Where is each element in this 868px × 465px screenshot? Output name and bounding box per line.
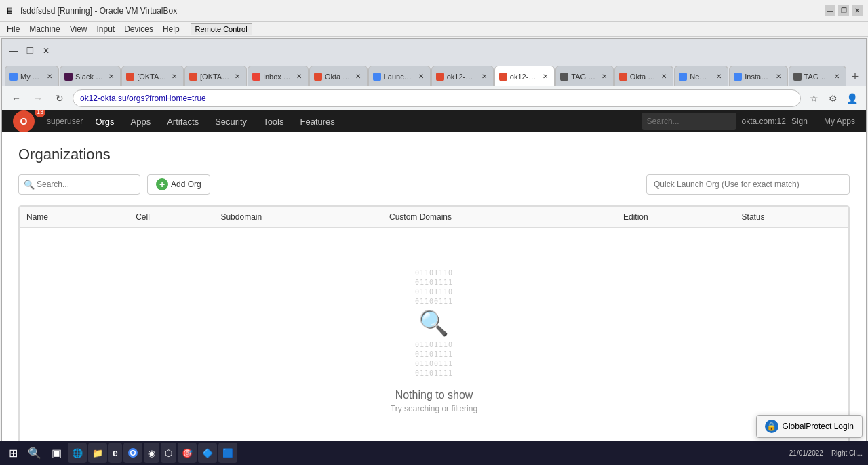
nav-security[interactable]: Security (208, 114, 254, 129)
restore-button[interactable]: ❐ (838, 5, 849, 16)
tab-newtab-close[interactable]: ✕ (714, 72, 724, 81)
okta-topbar: O 13 superuser Orgs Apps Artifacts Secur… (2, 110, 866, 132)
forward-button[interactable]: → (29, 89, 47, 107)
task-view-button[interactable]: ▣ (46, 443, 66, 463)
tab-okta2[interactable]: [OKTA-40... ✕ (184, 66, 247, 86)
empty-icon-area: 01101110 01101111 01101110 01100111 🔍 01… (415, 268, 453, 378)
tab-tagweb1-label: TAG WEB (571, 73, 597, 81)
tab-inbox-close[interactable]: ✕ (294, 72, 304, 81)
search-button[interactable]: 🔍 (24, 443, 45, 463)
browser-minimize[interactable]: — (6, 43, 21, 58)
tab-ok12-active-close[interactable]: ✕ (540, 72, 550, 81)
start-button[interactable]: ⊞ (3, 443, 23, 463)
explorer-taskbar[interactable]: 📁 (88, 443, 107, 463)
taskbar-right: 21/01/2022 Right Cli... (789, 449, 865, 457)
menu-file[interactable]: File (3, 23, 24, 35)
okta-nav: Orgs Apps Artifacts Security Tools Featu… (88, 114, 641, 129)
tab-ok12-active[interactable]: ok12-oka... ✕ (494, 66, 555, 86)
okta-badge-count: 13 (35, 110, 45, 117)
add-org-label: Add Org (171, 180, 201, 189)
chrome-taskbar[interactable] (123, 443, 142, 463)
tab-my-apps[interactable]: My Apps ✕ (5, 66, 59, 86)
okta-search[interactable] (642, 113, 736, 130)
tab-okta1-close[interactable]: ✕ (170, 72, 179, 81)
binary-background-2: 01101110 01101111 01100111 01101111 (415, 340, 453, 378)
browser-restore[interactable]: ❐ (22, 43, 37, 58)
minimize-button[interactable]: — (825, 5, 835, 16)
close-button[interactable]: ✕ (852, 5, 863, 16)
tab-launch-close[interactable]: ✕ (416, 72, 426, 81)
tab-okta-c-close[interactable]: ✕ (353, 72, 363, 81)
tab-ok12-active-label: ok12-oka... (510, 73, 538, 81)
tab-okta-c[interactable]: Okta - C... ✕ (309, 66, 368, 86)
url-bar[interactable]: ok12-okta.su/orgs?fromHome=true (73, 89, 801, 107)
app1-taskbar[interactable]: ◉ (144, 443, 159, 463)
add-org-button[interactable]: + Add Org (147, 174, 210, 195)
tab-oktahelp-close[interactable]: ✕ (659, 72, 669, 81)
back-button[interactable]: ← (7, 89, 25, 107)
tab-my-apps-close[interactable]: ✕ (45, 72, 54, 81)
my-apps-link[interactable]: My Apps (824, 117, 855, 126)
menu-help[interactable]: Help (159, 23, 184, 35)
address-bar: ← → ↻ ok12-okta.su/orgs?fromHome=true ☆ … (2, 86, 866, 110)
app5-taskbar[interactable]: 🟦 (218, 443, 237, 463)
tab-newtab[interactable]: New Tab ✕ (674, 66, 728, 86)
tab-okta1[interactable]: [OKTA-35... ✕ (121, 66, 184, 86)
tab-slack-close[interactable]: ✕ (106, 72, 116, 81)
nav-apps[interactable]: Apps (124, 114, 158, 129)
tab-tagweb1[interactable]: TAG WEB ✕ (555, 66, 614, 86)
tab-instance-label: Instance... (745, 73, 770, 81)
app4-taskbar[interactable]: 🔷 (198, 443, 217, 463)
browser-close[interactable]: ✕ (39, 43, 54, 58)
tab-ok12-1-close[interactable]: ✕ (479, 72, 489, 81)
nav-tools[interactable]: Tools (256, 114, 290, 129)
tab-ok12-1[interactable]: ok12-okta... ✕ (431, 66, 494, 86)
superuser-label: superuser (47, 117, 83, 126)
tab-launch[interactable]: Launch M... ✕ (368, 66, 431, 86)
nav-orgs[interactable]: Orgs (88, 114, 121, 129)
quick-launch-input[interactable] (646, 174, 850, 195)
tab-okta1-label: [OKTA-35... (137, 73, 167, 81)
tab-instance[interactable]: Instance... ✕ (729, 66, 787, 86)
taskbar-time: 21/01/2022 (789, 449, 823, 457)
search-container: 🔍 (18, 174, 140, 195)
tab-okta2-close[interactable]: ✕ (233, 72, 242, 81)
app3-taskbar[interactable]: 🎯 (178, 443, 197, 463)
tab-okta-c-label: Okta - C... (325, 73, 351, 81)
menu-view[interactable]: View (66, 23, 92, 35)
profile-button[interactable]: 👤 (843, 89, 861, 107)
empty-state: 01101110 01101111 01101110 01100111 🔍 01… (20, 228, 848, 445)
tab-tagweb2[interactable]: TAG WEB ✕ (789, 66, 847, 86)
tab-instance-close[interactable]: ✕ (774, 72, 783, 81)
tab-inbox[interactable]: Inbox (12... ✕ (248, 66, 309, 86)
search-input[interactable] (18, 174, 140, 195)
tab-tagweb2-close[interactable]: ✕ (832, 72, 842, 81)
tab-slack[interactable]: Slack | sy... ✕ (60, 66, 121, 86)
okta-logo: O (13, 110, 35, 132)
okta-version: okta.com:12 (742, 117, 786, 126)
page-content: O 13 superuser Orgs Apps Artifacts Secur… (2, 110, 866, 445)
menu-input[interactable]: Input (93, 23, 119, 35)
taskbar-rightclick: Right Cli... (831, 449, 863, 457)
nav-artifacts[interactable]: Artifacts (160, 114, 205, 129)
sign-out-link[interactable]: Sign (791, 117, 808, 126)
orgs-table-wrapper: Name Cell Subdomain Custom Domains Editi… (18, 205, 850, 445)
table-header-row: Name Cell Subdomain Custom Domains Editi… (20, 207, 849, 228)
menu-machine[interactable]: Machine (25, 23, 64, 35)
nav-features[interactable]: Features (293, 114, 341, 129)
tab-tagweb1-close[interactable]: ✕ (599, 72, 609, 81)
edge-taskbar[interactable]: 🌐 (68, 443, 87, 463)
new-tab-button[interactable]: + (847, 67, 863, 86)
menu-devices[interactable]: Devices (120, 23, 157, 35)
ie-taskbar[interactable]: e (108, 443, 122, 463)
tab-slack-label: Slack | sy... (75, 73, 104, 81)
tab-oktahelp[interactable]: Okta Hel... ✕ (614, 66, 673, 86)
extensions-button[interactable]: ⚙ (824, 89, 842, 107)
globalprotect-label: GlobalProtect Login (783, 422, 854, 431)
bookmark-button[interactable]: ☆ (805, 89, 823, 107)
refresh-button[interactable]: ↻ (51, 89, 68, 107)
binary-background: 01101110 01101111 01101110 01100111 (415, 268, 453, 306)
app2-taskbar[interactable]: ⬡ (161, 443, 176, 463)
vm-menubar: File Machine View Input Devices Help Rem… (0, 22, 868, 37)
tab-newtab-label: New Tab (690, 73, 711, 81)
